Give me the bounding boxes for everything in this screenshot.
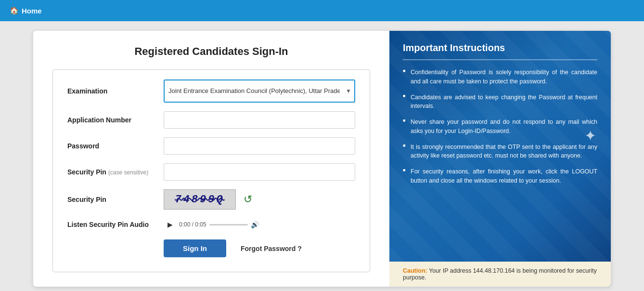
home-label: Home — [22, 7, 42, 15]
sign-in-button[interactable]: Sign In — [164, 239, 226, 257]
caution-bar: Caution: Your IP address 144.48.170.164 … — [389, 262, 611, 287]
examination-label: Examination — [67, 87, 164, 95]
audio-player: ▶ 0:00 / 0:05 🔊 — [164, 218, 259, 231]
security-pin-input[interactable] — [164, 163, 355, 181]
audio-volume-icon[interactable]: 🔊 — [251, 221, 259, 228]
page-title: Registered Candidates Sign-In — [52, 45, 370, 58]
buttons-row: Sign In Forgot Password ? — [67, 239, 355, 257]
application-number-input[interactable] — [164, 111, 355, 129]
audio-time: 0:00 / 0:05 — [179, 221, 206, 228]
audio-label: Listen Security Pin Audio — [67, 221, 164, 228]
main-container: Registered Candidates Sign-In Examinatio… — [33, 31, 611, 287]
password-label: Password — [67, 142, 164, 150]
header: 🏠 Home — [0, 0, 644, 21]
audio-play-button[interactable]: ▶ — [164, 218, 176, 231]
home-icon: 🏠 — [10, 6, 19, 15]
security-pin-input-label: Security Pin (case sensitive) — [67, 168, 164, 176]
captcha-image: 74899Q — [164, 189, 236, 210]
right-panel: Important Instructions Confidentiality o… — [389, 31, 611, 287]
instruction-item-4: It is strongly recommended that the OTP … — [403, 143, 597, 161]
application-number-row: Application Number — [67, 111, 355, 129]
password-row: Password — [67, 137, 355, 155]
instructions-list: Confidentiality of Password is solely re… — [403, 68, 597, 185]
caution-text: Caution: Your IP address 144.48.170.164 … — [403, 267, 597, 281]
instructions-title: Important Instructions — [403, 42, 597, 53]
instruction-item-5: For security reasons, after finishing yo… — [403, 167, 597, 185]
examination-select[interactable]: Joint Entrance Examination Council (Poly… — [164, 79, 355, 103]
instruction-item-1: Confidentiality of Password is solely re… — [403, 68, 597, 86]
form-container: Examination Joint Entrance Examination C… — [52, 69, 370, 272]
instruction-item-2: Candidates are advised to keep changing … — [403, 93, 597, 111]
instructions-divider — [403, 59, 597, 60]
examination-row: Examination Joint Entrance Examination C… — [67, 79, 355, 103]
refresh-captcha-button[interactable]: ↺ — [240, 191, 256, 208]
forgot-password-link[interactable]: Forgot Password ? — [241, 245, 302, 252]
application-number-label: Application Number — [67, 116, 164, 124]
caution-label: Caution: — [403, 267, 427, 274]
home-link[interactable]: 🏠 Home — [10, 6, 42, 15]
password-input[interactable] — [164, 137, 355, 155]
captcha-label: Security Pin — [67, 196, 164, 203]
captcha-row: Security Pin 74899Q ↺ — [67, 189, 355, 210]
instruction-item-3: Never share your password and do not res… — [403, 118, 597, 136]
left-panel: Registered Candidates Sign-In Examinatio… — [33, 31, 389, 287]
caution-message: Your IP address 144.48.170.164 is being … — [403, 267, 597, 281]
examination-select-wrapper: Joint Entrance Examination Council (Poly… — [164, 79, 355, 103]
audio-row: Listen Security Pin Audio ▶ 0:00 / 0:05 … — [67, 218, 355, 231]
sparkle-decoration: ✦ — [584, 127, 596, 144]
security-pin-note: (case sensitive) — [108, 169, 148, 176]
security-pin-input-row: Security Pin (case sensitive) — [67, 163, 355, 181]
audio-progress-bar[interactable] — [209, 224, 248, 225]
